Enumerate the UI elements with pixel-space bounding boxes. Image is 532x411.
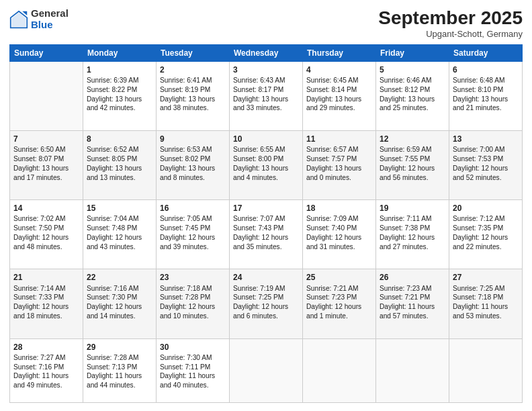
cell-line: and 29 minutes. xyxy=(306,103,372,113)
cell-line: Sunset: 8:17 PM xyxy=(233,85,299,95)
logo: General Blue xyxy=(9,8,69,30)
cell-line: Sunrise: 6:55 AM xyxy=(233,145,299,154)
calendar-cell: 19Sunrise: 7:11 AMSunset: 7:38 PMDayligh… xyxy=(376,200,449,269)
cell-line: Sunset: 7:50 PM xyxy=(13,224,79,233)
col-wednesday: Wednesday xyxy=(230,44,303,61)
cell-line: and 18 minutes. xyxy=(13,312,79,321)
calendar-cell: 4Sunrise: 6:45 AMSunset: 8:14 PMDaylight… xyxy=(303,61,376,130)
cell-line: and 42 minutes. xyxy=(87,103,152,113)
col-monday: Monday xyxy=(83,44,157,61)
cell-line: Daylight: 13 hours xyxy=(306,95,372,104)
month-title: September 2025 xyxy=(378,8,523,29)
day-number: 1 xyxy=(87,64,152,75)
header-row: Sunday Monday Tuesday Wednesday Thursday… xyxy=(10,44,523,61)
cell-line: and 25 minutes. xyxy=(380,103,445,113)
day-number: 12 xyxy=(380,134,445,144)
page: General Blue September 2025 Upgant-Schot… xyxy=(0,0,532,411)
calendar-cell: 30Sunrise: 7:30 AMSunset: 7:11 PMDayligh… xyxy=(157,338,230,402)
cell-line: Daylight: 13 hours xyxy=(233,164,299,173)
week-row-3: 14Sunrise: 7:02 AMSunset: 7:50 PMDayligh… xyxy=(10,200,523,269)
cell-line: Sunrise: 7:27 AM xyxy=(13,353,79,363)
day-number: 28 xyxy=(13,342,79,353)
day-number: 20 xyxy=(453,203,519,214)
logo-icon xyxy=(9,10,28,29)
calendar-cell: 7Sunrise: 6:50 AMSunset: 8:07 PMDaylight… xyxy=(10,131,83,200)
cell-line: Sunrise: 7:00 AM xyxy=(453,145,519,154)
cell-line: Sunrise: 6:52 AM xyxy=(87,145,152,154)
cell-line: and 56 minutes. xyxy=(380,173,445,183)
cell-line: Sunrise: 7:23 AM xyxy=(380,284,445,293)
cell-line: Sunrise: 7:16 AM xyxy=(87,284,152,293)
cell-line: Sunrise: 7:18 AM xyxy=(160,284,226,293)
cell-line: and 6 minutes. xyxy=(233,312,299,321)
cell-line: Sunset: 8:19 PM xyxy=(160,85,226,95)
cell-line: Daylight: 13 hours xyxy=(380,95,445,104)
day-number: 15 xyxy=(87,203,152,214)
day-number: 23 xyxy=(160,272,226,283)
cell-line: and 10 minutes. xyxy=(160,312,226,321)
day-number: 3 xyxy=(233,64,299,75)
cell-line: Sunset: 8:02 PM xyxy=(160,154,226,164)
cell-line: Sunrise: 7:04 AM xyxy=(87,214,152,224)
cell-line: Daylight: 11 hours xyxy=(87,371,152,381)
day-number: 8 xyxy=(87,134,152,144)
cell-line: Sunset: 7:45 PM xyxy=(160,224,226,233)
cell-line: Sunset: 8:22 PM xyxy=(87,85,152,95)
cell-line: and 52 minutes. xyxy=(453,173,519,183)
cell-line: Sunrise: 7:30 AM xyxy=(160,353,226,363)
day-number: 24 xyxy=(233,272,299,283)
day-number: 4 xyxy=(306,64,372,75)
cell-line: and 33 minutes. xyxy=(233,103,299,113)
cell-line: and 21 minutes. xyxy=(453,103,519,113)
cell-line: Sunset: 7:30 PM xyxy=(87,293,152,302)
cell-line: and 1 minute. xyxy=(306,312,372,321)
day-number: 17 xyxy=(233,203,299,214)
col-saturday: Saturday xyxy=(449,44,523,61)
calendar-cell: 2Sunrise: 6:41 AMSunset: 8:19 PMDaylight… xyxy=(157,61,230,130)
day-number: 5 xyxy=(380,64,445,75)
day-number: 13 xyxy=(453,134,519,144)
week-row-1: 1Sunrise: 6:39 AMSunset: 8:22 PMDaylight… xyxy=(10,61,523,130)
cell-line: and 40 minutes. xyxy=(160,381,226,390)
cell-line: and 17 minutes. xyxy=(13,173,79,183)
col-tuesday: Tuesday xyxy=(157,44,230,61)
cell-line: Sunset: 7:33 PM xyxy=(13,293,79,302)
cell-line: Daylight: 11 hours xyxy=(380,302,445,312)
calendar-cell: 16Sunrise: 7:05 AMSunset: 7:45 PMDayligh… xyxy=(157,200,230,269)
cell-line: Sunrise: 7:25 AM xyxy=(453,284,519,293)
week-row-5: 28Sunrise: 7:27 AMSunset: 7:16 PMDayligh… xyxy=(10,338,523,402)
cell-line: Sunrise: 6:43 AM xyxy=(233,76,299,85)
calendar-cell xyxy=(230,338,303,402)
cell-line: Sunset: 7:11 PM xyxy=(160,363,226,372)
cell-line: Daylight: 12 hours xyxy=(306,233,372,242)
cell-line: Sunrise: 7:09 AM xyxy=(306,214,372,224)
cell-line: Sunset: 8:10 PM xyxy=(453,85,519,95)
cell-line: Sunset: 7:48 PM xyxy=(87,224,152,233)
day-number: 21 xyxy=(13,272,79,283)
cell-line: Sunset: 7:25 PM xyxy=(233,293,299,302)
cell-line: Daylight: 13 hours xyxy=(87,164,152,173)
day-number: 6 xyxy=(453,64,519,75)
cell-line: and 27 minutes. xyxy=(380,242,445,252)
calendar-cell xyxy=(376,338,449,402)
cell-line: Daylight: 13 hours xyxy=(160,95,226,104)
cell-line: Daylight: 12 hours xyxy=(380,233,445,242)
day-number: 29 xyxy=(87,342,152,353)
calendar-cell: 10Sunrise: 6:55 AMSunset: 8:00 PMDayligh… xyxy=(230,131,303,200)
cell-line: Sunrise: 6:59 AM xyxy=(380,145,445,154)
cell-line: Daylight: 12 hours xyxy=(160,233,226,242)
calendar-cell: 22Sunrise: 7:16 AMSunset: 7:30 PMDayligh… xyxy=(83,269,157,338)
calendar-cell: 29Sunrise: 7:28 AMSunset: 7:13 PMDayligh… xyxy=(83,338,157,402)
cell-line: Sunrise: 7:21 AM xyxy=(306,284,372,293)
cell-line: and 49 minutes. xyxy=(13,381,79,390)
calendar-cell: 25Sunrise: 7:21 AMSunset: 7:23 PMDayligh… xyxy=(303,269,376,338)
cell-line: Sunrise: 6:45 AM xyxy=(306,76,372,85)
calendar-cell: 21Sunrise: 7:14 AMSunset: 7:33 PMDayligh… xyxy=(10,269,83,338)
calendar-cell: 23Sunrise: 7:18 AMSunset: 7:28 PMDayligh… xyxy=(157,269,230,338)
cell-line: Sunrise: 7:11 AM xyxy=(380,214,445,224)
cell-line: and 57 minutes. xyxy=(380,312,445,321)
cell-line: Daylight: 12 hours xyxy=(87,302,152,312)
cell-line: Sunset: 7:40 PM xyxy=(306,224,372,233)
cell-line: and 39 minutes. xyxy=(160,242,226,252)
calendar-cell: 27Sunrise: 7:25 AMSunset: 7:18 PMDayligh… xyxy=(449,269,523,338)
